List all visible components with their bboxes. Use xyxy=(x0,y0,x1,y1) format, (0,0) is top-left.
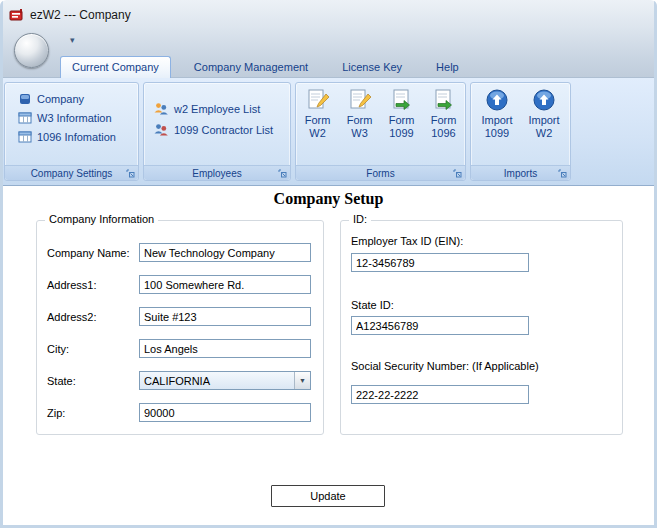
ribbon-item-label: 1099 xyxy=(389,127,413,139)
ribbon-item-company[interactable]: Company xyxy=(5,89,138,108)
ribbon-item-label: Import xyxy=(481,114,512,126)
app-menu-orb[interactable] xyxy=(14,33,49,68)
company-name-label: Company Name: xyxy=(47,247,130,259)
city-label: City: xyxy=(47,343,69,355)
ribbon-item-label: Form xyxy=(347,114,373,126)
tab-license-key[interactable]: License Key xyxy=(331,56,413,78)
ribbon-item-label: Import xyxy=(528,114,559,126)
group-footer: Imports xyxy=(471,165,570,180)
group-forms: Form W2 Form W3 xyxy=(295,82,466,181)
tab-company-management[interactable]: Company Management xyxy=(183,56,319,78)
state-select-value: CALIFORNIA xyxy=(140,375,294,387)
ribbon-item-label: Form xyxy=(305,114,331,126)
field-row: Company Name: xyxy=(47,243,317,263)
ssn-label: Social Security Number: (If Applicable) xyxy=(351,360,539,372)
ribbon-item-label: W3 Information xyxy=(37,112,112,124)
company-name-input[interactable] xyxy=(139,243,311,262)
ein-label: Employer Tax ID (EIN): xyxy=(351,235,463,247)
import-icon xyxy=(485,88,509,112)
form-pencil-icon xyxy=(348,88,372,112)
dialog-launcher-icon[interactable] xyxy=(453,169,462,178)
ribbon-item-label: W2 xyxy=(309,127,326,139)
state-id-input[interactable] xyxy=(351,316,529,335)
field-row: Address2: xyxy=(47,307,317,327)
company-information-groupbox: Company Information Company Name: Addres… xyxy=(36,220,324,435)
ribbon-item-label: w2 Employee List xyxy=(174,103,260,115)
title-bar[interactable]: ezW2 --- Company xyxy=(0,0,657,30)
address2-label: Address2: xyxy=(47,311,97,323)
groupbox-title: Company Information xyxy=(45,213,158,225)
field-row: City: xyxy=(47,339,317,359)
ein-input[interactable] xyxy=(351,253,529,272)
ribbon-item-label: 1096 Infomation xyxy=(37,131,116,143)
ribbon-item-form-1099[interactable]: Form 1099 xyxy=(381,88,423,140)
import-icon xyxy=(532,88,556,112)
address1-input[interactable] xyxy=(139,275,311,294)
form-pencil-icon xyxy=(306,88,330,112)
qat-dropdown-icon[interactable]: ▾ xyxy=(66,34,79,46)
ribbon-item-label: Form xyxy=(389,114,415,126)
group-footer: Employees xyxy=(144,165,290,180)
field-row: Zip: xyxy=(47,403,317,423)
app-icon xyxy=(9,8,24,23)
zip-input[interactable] xyxy=(139,403,311,422)
form-arrow-icon xyxy=(390,88,414,112)
group-title: Imports xyxy=(504,168,537,179)
group-employees: w2 Employee List 1099 Contractor List xyxy=(143,82,291,181)
group-imports: Import 1099 Import W2 Import xyxy=(470,82,571,181)
group-company-settings: Company W3 Information xyxy=(4,82,139,181)
update-button[interactable]: Update xyxy=(271,485,385,507)
ribbon-item-label: 1099 Contractor List xyxy=(174,124,273,136)
ribbon-item-label: W2 xyxy=(536,127,553,139)
field-row: State: CALIFORNIA ▼ xyxy=(47,371,317,391)
dialog-launcher-icon[interactable] xyxy=(278,169,287,178)
ribbon-item-1096-information[interactable]: 1096 Infomation xyxy=(5,127,138,146)
group-title: Employees xyxy=(192,168,241,179)
company-icon xyxy=(18,92,32,106)
address1-label: Address1: xyxy=(47,279,97,291)
ribbon-item-form-1096[interactable]: Form 1096 xyxy=(423,88,465,140)
people-icon xyxy=(153,122,169,137)
field-row: Address1: xyxy=(47,275,317,295)
tab-current-company[interactable]: Current Company xyxy=(60,56,171,78)
people-icon xyxy=(153,101,169,116)
state-label: State: xyxy=(47,375,76,387)
content-area: Company Setup Company Information Compan… xyxy=(3,187,654,525)
ribbon-item-label: W3 xyxy=(351,127,368,139)
group-footer: Forms xyxy=(296,165,465,180)
ribbon-tabs: Current Company Company Management Licen… xyxy=(60,56,470,78)
page-title: Company Setup xyxy=(3,190,654,208)
address2-input[interactable] xyxy=(139,307,311,326)
app-window: ezW2 --- Company ▾ Current Company Compa… xyxy=(0,0,657,528)
ribbon-item-label: 1099 xyxy=(485,127,509,139)
state-id-label: State ID: xyxy=(351,299,394,311)
ribbon-item-import-w2[interactable]: Import W2 xyxy=(521,88,568,140)
ribbon-item-label: Company xyxy=(37,93,84,105)
zip-label: Zip: xyxy=(47,407,65,419)
group-title: Company Settings xyxy=(31,168,113,179)
group-footer: Company Settings xyxy=(5,165,138,180)
table-icon xyxy=(18,111,32,125)
ribbon-item-form-w2[interactable]: Form W2 xyxy=(297,88,339,140)
state-select[interactable]: CALIFORNIA ▼ xyxy=(139,371,311,390)
ribbon-item-form-w3[interactable]: Form W3 xyxy=(339,88,381,140)
ribbon: Company W3 Information xyxy=(0,78,657,186)
dialog-launcher-icon[interactable] xyxy=(558,169,567,178)
form-arrow-icon xyxy=(432,88,456,112)
tab-help[interactable]: Help xyxy=(425,56,470,78)
ribbon-item-w2-employee-list[interactable]: w2 Employee List xyxy=(144,98,290,119)
city-input[interactable] xyxy=(139,339,311,358)
window-title: ezW2 --- Company xyxy=(30,8,131,22)
ribbon-item-1099-contractor-list[interactable]: 1099 Contractor List xyxy=(144,119,290,140)
ribbon-item-import-1099[interactable]: Import 1099 xyxy=(474,88,521,140)
ssn-input[interactable] xyxy=(351,385,529,404)
id-groupbox: ID: Employer Tax ID (EIN): State ID: Soc… xyxy=(340,220,623,435)
groupbox-title: ID: xyxy=(349,213,371,225)
ribbon-item-w3-information[interactable]: W3 Information xyxy=(5,108,138,127)
chevron-down-icon: ▼ xyxy=(294,372,310,389)
table-icon xyxy=(18,130,32,144)
ribbon-item-label: 1096 xyxy=(431,127,455,139)
dialog-launcher-icon[interactable] xyxy=(126,169,135,178)
ribbon-item-label: Form xyxy=(431,114,457,126)
group-title: Forms xyxy=(366,168,394,179)
